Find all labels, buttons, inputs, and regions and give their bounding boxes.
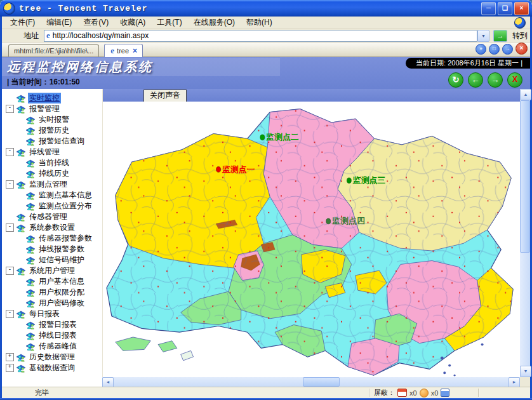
tree-item[interactable]: -掉线管理 [2, 147, 98, 157]
tree-item[interactable]: 实时监控 [2, 93, 98, 103]
tab-tree[interactable]: e tree × [104, 44, 143, 57]
vertical-scrollbar[interactable]: ▲ ▼ [520, 89, 530, 377]
menu-item[interactable]: 收藏(A) [114, 17, 151, 29]
monitor-point-2[interactable]: 监测点二 [260, 132, 299, 142]
close-tab-button[interactable]: × [515, 43, 528, 55]
forward-button[interactable]: → [488, 72, 503, 88]
tree-item-label[interactable]: 用户权限分配 [37, 287, 86, 298]
tree-item[interactable]: 用户权限分配 [2, 287, 98, 298]
tree-item-label[interactable]: 短信号码维护 [37, 255, 86, 265]
tree-expander[interactable]: - [6, 267, 14, 275]
tab-list-button[interactable]: » [475, 44, 486, 55]
tree-item[interactable]: 掉线日报表 [2, 330, 98, 341]
monitor-point-4[interactable]: 监测点四 [326, 216, 365, 225]
tree-expander[interactable]: - [6, 223, 14, 232]
tree-item[interactable]: -系统用户管理 [2, 265, 98, 276]
tree-item[interactable]: +基础数据查询 [2, 363, 98, 373]
menu-item[interactable]: 帮助(H) [241, 17, 278, 29]
monitor-point-1[interactable]: 监测点一 [216, 164, 255, 174]
tree-item[interactable]: 监测点基本信息 [2, 190, 98, 201]
tree-item[interactable]: -报警管理 [2, 103, 98, 114]
tree-expander[interactable]: - [6, 148, 14, 156]
tree-item-label[interactable]: 当前掉线 [37, 157, 70, 168]
close-button[interactable]: × [514, 2, 529, 15]
tree-item-label[interactable]: 掉线报警参数 [37, 244, 86, 255]
tree-item-label[interactable]: 监测点基本信息 [37, 190, 93, 201]
tree-item[interactable]: -每日报表 [2, 309, 98, 319]
last-tab-button[interactable]: → [502, 44, 513, 55]
tree-item[interactable]: 传感器峰值 [2, 341, 98, 352]
menu-item[interactable]: 工具(T) [151, 17, 187, 29]
tree-item[interactable]: 报警历史 [2, 125, 98, 136]
vertical-scroll-track[interactable] [520, 100, 530, 366]
new-tab-button[interactable]: □ [489, 44, 500, 55]
tree-item[interactable]: 掉线报警参数 [2, 244, 98, 255]
tree-item-label[interactable]: 系统用户管理 [28, 265, 76, 276]
tree-item-label[interactable]: 报警短信查询 [37, 136, 86, 147]
tree-expander[interactable]: + [6, 353, 14, 361]
region-map[interactable]: 监测点一 监测点二 监测点三 [105, 103, 518, 377]
minimize-button[interactable]: ─ [481, 2, 496, 15]
horizontal-scroll-track[interactable] [114, 377, 509, 387]
tree-item-label[interactable]: 报警历史 [37, 125, 70, 136]
tree-item[interactable]: 报警短信查询 [2, 136, 98, 147]
refresh-button[interactable]: ↻ [448, 72, 463, 88]
tree-item-label[interactable]: 传感器峰值 [37, 341, 78, 352]
tree-item-label[interactable]: 监测点管理 [28, 179, 69, 190]
tree-item[interactable]: 实时报警 [2, 114, 98, 125]
tree-item[interactable]: 当前掉线 [2, 157, 98, 168]
tree-item[interactable]: 报警日报表 [2, 319, 98, 330]
tree-expander[interactable]: - [6, 310, 14, 318]
tree-item-label[interactable]: 传感器管理 [28, 211, 69, 222]
tree-item-label[interactable]: 报警日报表 [37, 319, 78, 330]
tree-item-label[interactable]: 传感器报警参数 [37, 233, 93, 244]
ad-blocker-icon[interactable] [420, 389, 429, 397]
tree-item-label[interactable]: 系统参数设置 [28, 222, 76, 233]
menu-item[interactable]: 查看(V) [77, 17, 114, 29]
menu-item[interactable]: 在线服务(O) [188, 17, 241, 29]
vertical-scroll-thumb[interactable] [520, 100, 530, 253]
tab-close-icon[interactable]: × [133, 46, 137, 55]
tree-item-label[interactable]: 掉线管理 [28, 147, 61, 157]
tree-expander[interactable]: - [6, 180, 14, 189]
tree-item-label[interactable]: 报警管理 [28, 103, 61, 114]
mute-sound-button[interactable]: 关闭声音 [143, 90, 187, 102]
scroll-up-icon[interactable]: ▲ [520, 89, 531, 100]
maximize-button[interactable]: ❏ [498, 2, 512, 15]
monitor-point-3[interactable]: 监测点三 [347, 175, 385, 185]
horizontal-scrollbar[interactable]: ◄ ► [102, 377, 520, 387]
address-input[interactable] [53, 31, 475, 41]
tree-item-label[interactable]: 掉线日报表 [37, 330, 78, 341]
tree-item[interactable]: 短信号码维护 [2, 255, 98, 265]
go-label[interactable]: 转到 [512, 30, 528, 41]
exit-button[interactable]: X [507, 72, 522, 88]
menu-item[interactable]: 文件(F) [4, 17, 41, 29]
tree-expander[interactable]: + [6, 364, 14, 372]
tree-item-label[interactable]: 基础数据查询 [28, 363, 76, 373]
tree-item-label[interactable]: 用户基本信息 [37, 276, 86, 287]
tree-item-label[interactable]: 历史数据管理 [28, 352, 76, 363]
tree-item[interactable]: +历史数据管理 [2, 352, 98, 363]
popup-blocker-icon[interactable] [397, 389, 407, 397]
tree-item[interactable]: 用户密码修改 [2, 298, 98, 309]
tree-item[interactable]: 监测点位置分布 [2, 201, 98, 211]
go-button[interactable]: → [493, 30, 507, 42]
tree-item-label[interactable]: 每日报表 [28, 309, 61, 319]
menu-item[interactable]: 编辑(E) [41, 17, 77, 29]
panel-splitter[interactable] [98, 89, 103, 377]
tree-item[interactable]: -监测点管理 [2, 179, 98, 190]
tree-item-label[interactable]: 实时监控 [28, 93, 61, 103]
tree-item-label[interactable]: 掉线历史 [37, 168, 70, 179]
tree-item[interactable]: 用户基本信息 [2, 276, 98, 287]
tree-item-label[interactable]: 用户密码修改 [37, 298, 86, 309]
tree-item[interactable]: -系统参数设置 [2, 222, 98, 233]
tree-item[interactable]: 传感器报警参数 [2, 233, 98, 244]
address-dropdown-button[interactable]: ▼ [477, 30, 489, 42]
back-button[interactable]: ← [468, 72, 483, 88]
horizontal-scroll-thumb[interactable] [303, 377, 340, 387]
tree-item[interactable]: 掉线历史 [2, 168, 98, 179]
tree-item[interactable]: 传感器管理 [2, 211, 98, 222]
tab-mhtml[interactable]: mhtml:file://E:\jia\hh\file\... [8, 44, 99, 57]
filter-settings-icon[interactable] [441, 389, 449, 397]
tree-item-label[interactable]: 监测点位置分布 [37, 201, 93, 211]
